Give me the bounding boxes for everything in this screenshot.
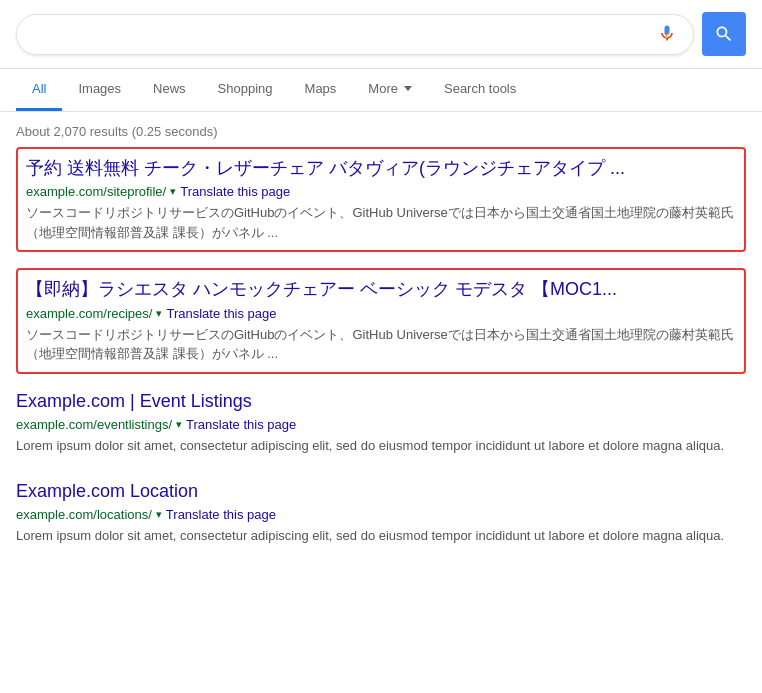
result-url-2: example.com/recipes/ <box>26 306 152 321</box>
tab-maps[interactable]: Maps <box>289 69 353 111</box>
result-snippet-1: ソースコードリポジトリサービスのGitHubのイベント、GitHub Unive… <box>26 203 736 242</box>
result-dropdown-arrow-3[interactable]: ▾ <box>176 418 182 431</box>
search-input-wrapper: site:example.com/ <box>16 14 694 55</box>
result-item-4: Example.com Location example.com/locatio… <box>16 480 746 546</box>
result-title-1[interactable]: 予約 送料無料 チーク・レザーチェア バタヴィア(ラウンジチェアタイプ ... <box>26 157 736 180</box>
result-url-line-1: example.com/siteprofile/ ▾ Translate thi… <box>26 184 736 199</box>
result-dropdown-arrow-1[interactable]: ▾ <box>170 185 176 198</box>
tab-shopping[interactable]: Shopping <box>202 69 289 111</box>
result-snippet-4: Lorem ipsum dolor sit amet, consectetur … <box>16 526 746 546</box>
result-url-line-3: example.com/eventlistings/ ▾ Translate t… <box>16 417 746 432</box>
result-item-1: 予約 送料無料 チーク・レザーチェア バタヴィア(ラウンジチェアタイプ ... … <box>16 147 746 252</box>
result-url-line-2: example.com/recipes/ ▾ Translate this pa… <box>26 306 736 321</box>
result-item-2: 【即納】ラシエスタ ハンモックチェアー ベーシック モデスタ 【MOC1... … <box>16 268 746 373</box>
result-title-2[interactable]: 【即納】ラシエスタ ハンモックチェアー ベーシック モデスタ 【MOC1... <box>26 278 736 301</box>
tab-images[interactable]: Images <box>62 69 137 111</box>
more-chevron-icon <box>404 86 412 91</box>
tab-more[interactable]: More <box>352 69 428 111</box>
result-url-3: example.com/eventlistings/ <box>16 417 172 432</box>
result-translate-4[interactable]: Translate this page <box>166 507 276 522</box>
result-snippet-3: Lorem ipsum dolor sit amet, consectetur … <box>16 436 746 456</box>
search-icon <box>714 24 734 44</box>
mic-icon <box>657 23 677 43</box>
result-dropdown-arrow-2[interactable]: ▾ <box>156 307 162 320</box>
result-translate-3[interactable]: Translate this page <box>186 417 296 432</box>
result-dropdown-arrow-4[interactable]: ▾ <box>156 508 162 521</box>
search-bar-container: site:example.com/ <box>0 0 762 69</box>
search-button[interactable] <box>702 12 746 56</box>
result-url-line-4: example.com/locations/ ▾ Translate this … <box>16 507 746 522</box>
tab-search-tools[interactable]: Search tools <box>428 69 532 111</box>
results-count: About 2,070 results (0.25 seconds) <box>0 112 762 147</box>
tab-news[interactable]: News <box>137 69 202 111</box>
result-url-4: example.com/locations/ <box>16 507 152 522</box>
nav-tabs: All Images News Shopping Maps More Searc… <box>0 69 762 112</box>
result-snippet-2: ソースコードリポジトリサービスのGitHubのイベント、GitHub Unive… <box>26 325 736 364</box>
search-input[interactable]: site:example.com/ <box>33 25 649 43</box>
result-title-3[interactable]: Example.com | Event Listings <box>16 390 746 413</box>
result-item-3: Example.com | Event Listings example.com… <box>16 390 746 456</box>
result-title-4[interactable]: Example.com Location <box>16 480 746 503</box>
tab-all[interactable]: All <box>16 69 62 111</box>
result-translate-1[interactable]: Translate this page <box>180 184 290 199</box>
mic-button[interactable] <box>657 23 677 46</box>
result-translate-2[interactable]: Translate this page <box>166 306 276 321</box>
result-url-1: example.com/siteprofile/ <box>26 184 166 199</box>
results-list: 予約 送料無料 チーク・レザーチェア バタヴィア(ラウンジチェアタイプ ... … <box>0 147 762 546</box>
